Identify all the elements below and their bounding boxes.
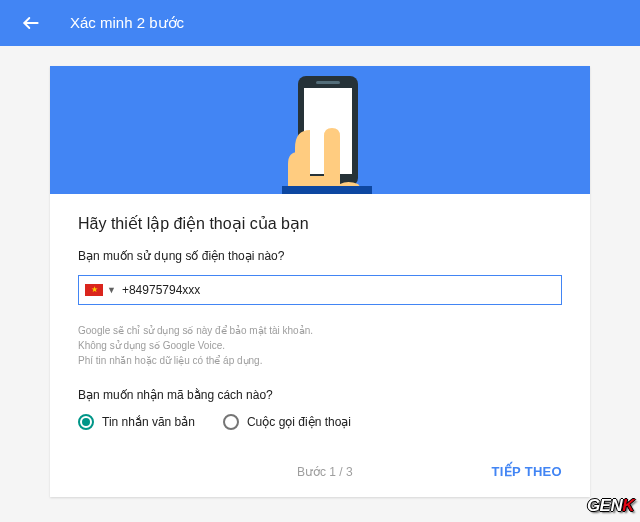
hint-line: Phí tin nhắn hoặc dữ liệu có thể áp dụng… (78, 353, 562, 368)
phone-number-field[interactable] (122, 283, 555, 297)
top-bar: Xác minh 2 bước (0, 0, 640, 46)
card-heading: Hãy thiết lập điện thoại của bạn (78, 214, 562, 233)
radio-circle-icon (78, 414, 94, 430)
phone-question: Bạn muốn sử dụng số điện thoại nào? (78, 249, 562, 263)
hero-illustration (50, 66, 590, 194)
card-footer: Bước 1 / 3 TIẾP THEO (50, 450, 590, 497)
next-button[interactable]: TIẾP THEO (492, 464, 562, 479)
hint-line: Không sử dụng số Google Voice. (78, 338, 562, 353)
radio-call[interactable]: Cuộc gọi điện thoại (223, 414, 351, 430)
svg-rect-4 (282, 186, 372, 194)
radio-sms[interactable]: Tin nhắn văn bản (78, 414, 195, 430)
method-question: Bạn muốn nhận mã bằng cách nào? (78, 388, 562, 402)
setup-card: Hãy thiết lập điện thoại của bạn Bạn muố… (50, 66, 590, 497)
page-title: Xác minh 2 bước (70, 14, 184, 32)
hint-line: Google sẽ chỉ sử dụng số này để bảo mật … (78, 323, 562, 338)
radio-label: Tin nhắn văn bản (102, 415, 195, 429)
watermark-suffix: K (622, 496, 634, 515)
svg-rect-3 (316, 81, 340, 84)
watermark-prefix: GEN (587, 496, 622, 515)
method-radio-group: Tin nhắn văn bản Cuộc gọi điện thoại (78, 414, 562, 430)
back-arrow-icon[interactable] (20, 12, 42, 34)
chevron-down-icon[interactable]: ▼ (107, 285, 116, 295)
radio-label: Cuộc gọi điện thoại (247, 415, 351, 429)
radio-circle-icon (223, 414, 239, 430)
phone-hint: Google sẽ chỉ sử dụng số này để bảo mật … (78, 323, 562, 368)
phone-input[interactable]: ▼ (78, 275, 562, 305)
flag-vn-icon[interactable] (85, 284, 103, 296)
step-indicator: Bước 1 / 3 (158, 465, 492, 479)
watermark: GENK (587, 496, 634, 516)
card-body: Hãy thiết lập điện thoại của bạn Bạn muố… (50, 194, 590, 450)
